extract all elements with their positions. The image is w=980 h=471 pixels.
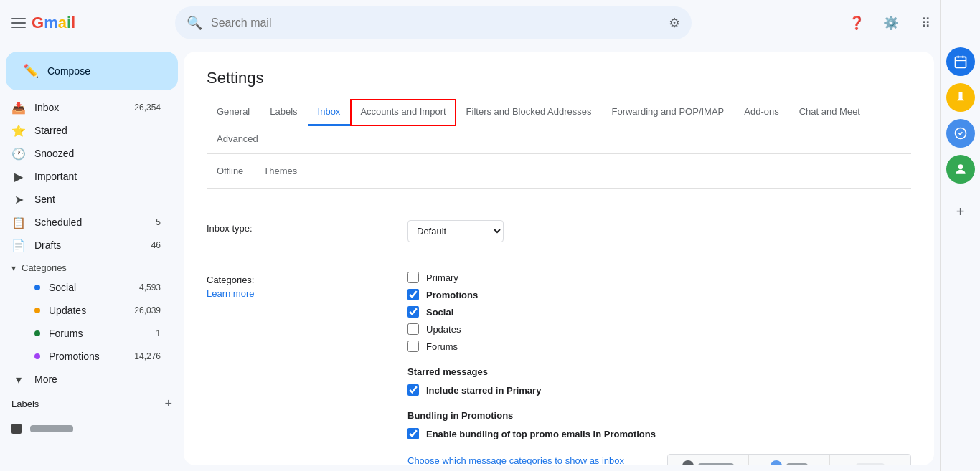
info-text-1: Choose which message categories to show … <box>407 454 639 465</box>
categories-value: Primary Promotions Social Updates Forums <box>407 272 911 465</box>
include-starred-label[interactable]: Include starred in Primary <box>426 385 541 396</box>
category-updates-row: Updates <box>407 323 911 335</box>
category-updates-label[interactable]: Updates <box>426 324 461 335</box>
sidebar-item-social[interactable]: Social 4,593 <box>0 276 172 299</box>
search-input[interactable] <box>211 16 660 29</box>
enable-bundling-label[interactable]: Enable bundling of top promo emails in P… <box>426 429 656 439</box>
help-icon[interactable]: ❓ <box>842 9 871 37</box>
social-dot-icon <box>34 285 40 290</box>
updates-count: 26,039 <box>134 305 161 315</box>
forums-label: Forums <box>49 328 156 339</box>
inbox-type-select[interactable]: Default Important first Unread first Sta… <box>407 220 504 242</box>
snoozed-icon: 🕐 <box>11 147 26 161</box>
sidebar-item-inbox[interactable]: 📥 Inbox 26,354 <box>0 96 172 119</box>
add-app-button[interactable]: + <box>946 197 975 226</box>
forums-count: 1 <box>156 328 161 338</box>
compose-button[interactable]: ✏️ Compose <box>6 52 178 90</box>
tab-inbox[interactable]: Inbox <box>308 99 351 126</box>
info-section: Choose which message categories to show … <box>407 454 911 465</box>
info-row: Choose which message categories to show … <box>407 454 911 465</box>
tab-forwarding[interactable]: Forwarding and POP/IMAP <box>601 99 734 126</box>
preview-tab-3 <box>830 455 910 465</box>
labels-section: Labels + <box>0 391 184 417</box>
tab-advanced[interactable]: Advanced <box>207 126 268 153</box>
sidebar-item-forums[interactable]: Forums 1 <box>0 322 172 345</box>
promotions-dot-icon <box>34 353 40 359</box>
sent-icon: ➤ <box>11 193 26 206</box>
subtab-offline[interactable]: Offline <box>207 160 253 182</box>
compose-icon: ✏️ <box>23 63 39 79</box>
settings-icon[interactable]: ⚙️ <box>877 9 905 37</box>
category-social-row: Social <box>407 306 911 318</box>
category-forums-checkbox[interactable] <box>407 341 419 352</box>
scheduled-count: 5 <box>156 217 161 227</box>
starred-messages-title: Starred messages <box>407 366 911 377</box>
more-label: More <box>34 374 161 385</box>
sidebar: ✏️ Compose 📥 Inbox 26,354 ⭐ Starred 🕐 Sn… <box>0 46 184 471</box>
categories-label: Categories <box>22 262 67 273</box>
add-label-button[interactable]: + <box>164 396 172 411</box>
learn-more-link[interactable]: Learn more <box>207 288 407 299</box>
subtab-themes[interactable]: Themes <box>253 160 307 182</box>
starred-icon: ⭐ <box>11 124 26 138</box>
category-social-checkbox[interactable] <box>407 306 419 318</box>
sidebar-item-drafts[interactable]: 📄 Drafts 46 <box>0 234 172 257</box>
tab-accounts-import[interactable]: Accounts and Import <box>350 99 456 126</box>
settings-subtabs: Offline Themes <box>207 154 911 189</box>
category-forums-label[interactable]: Forums <box>426 341 458 352</box>
inbox-type-label: Inbox type: <box>207 220 407 242</box>
keep-icon[interactable] <box>946 83 975 112</box>
sidebar-item-more[interactable]: ▾ More <box>0 368 172 391</box>
menu-icon[interactable] <box>11 16 26 30</box>
important-label: Important <box>34 171 161 182</box>
scheduled-icon: 📋 <box>11 216 26 229</box>
category-promotions-checkbox[interactable] <box>407 289 419 300</box>
category-primary-checkbox[interactable] <box>407 272 419 283</box>
apps-icon[interactable]: ⠿ <box>911 9 940 37</box>
drafts-count: 46 <box>151 240 161 250</box>
info-texts: Choose which message categories to show … <box>407 454 639 465</box>
include-starred-checkbox[interactable] <box>407 384 419 396</box>
gmail-logo: Gmail <box>32 14 75 32</box>
calendar-icon[interactable] <box>946 47 975 76</box>
enable-bundling-checkbox[interactable] <box>407 428 419 439</box>
sidebar-item-snoozed[interactable]: 🕐 Snoozed <box>0 142 172 165</box>
inbox-label: Inbox <box>34 102 134 113</box>
category-primary-row: Primary <box>407 272 911 283</box>
tab-filters[interactable]: Filters and Blocked Addresses <box>456 99 602 126</box>
sidebar-item-important[interactable]: ▶ Important <box>0 165 172 188</box>
category-forums-row: Forums <box>407 341 911 352</box>
category-primary-label[interactable]: Primary <box>426 272 458 283</box>
right-sidebar-divider <box>952 191 969 191</box>
topbar: Gmail 🔍 ⚙ ❓ ⚙️ ⠿ <box>0 0 980 46</box>
category-updates-checkbox[interactable] <box>407 323 419 335</box>
search-bar[interactable]: 🔍 ⚙ <box>175 6 692 39</box>
sidebar-item-starred[interactable]: ⭐ Starred <box>0 119 172 142</box>
scheduled-label: Scheduled <box>34 217 156 228</box>
sidebar-item-promotions[interactable]: Promotions 14,276 <box>0 345 172 368</box>
tab-chat[interactable]: Chat and Meet <box>789 99 870 126</box>
label-item-black[interactable] <box>0 417 184 440</box>
filter-options-icon[interactable]: ⚙ <box>669 15 680 31</box>
compose-label: Compose <box>47 65 90 77</box>
preview-tab-icon-2 <box>771 460 782 465</box>
tab-labels[interactable]: Labels <box>260 99 307 126</box>
starred-label: Starred <box>34 125 161 136</box>
category-promotions-label[interactable]: Promotions <box>426 290 478 300</box>
sidebar-item-scheduled[interactable]: 📋 Scheduled 5 <box>0 211 172 234</box>
sidebar-item-updates[interactable]: Updates 26,039 <box>0 299 172 322</box>
inbox-type-row: Inbox type: Default Important first Unre… <box>207 206 911 257</box>
sidebar-item-sent[interactable]: ➤ Sent <box>0 188 172 211</box>
tasks-icon[interactable] <box>946 119 975 148</box>
updates-label: Updates <box>49 305 134 316</box>
categories-section[interactable]: ▾ Categories <box>0 260 184 276</box>
contacts-icon[interactable] <box>946 155 975 184</box>
settings-title: Settings <box>207 69 911 87</box>
tab-addons[interactable]: Add-ons <box>734 99 788 126</box>
bundling-title: Bundling in Promotions <box>407 410 911 421</box>
labels-title: Labels <box>11 399 39 409</box>
category-social-label[interactable]: Social <box>426 307 453 318</box>
tab-general[interactable]: General <box>207 99 260 126</box>
snoozed-label: Snoozed <box>34 148 161 159</box>
social-label: Social <box>49 282 139 293</box>
